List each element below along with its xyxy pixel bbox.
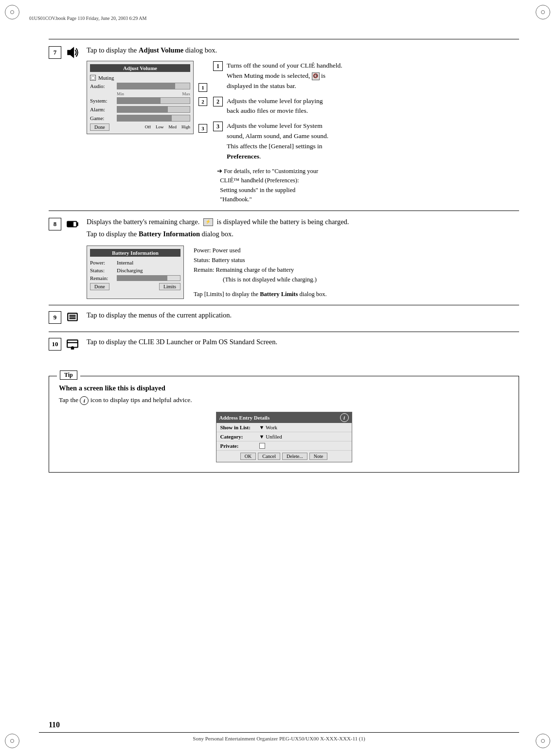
battery-footer: Done Limits (90, 283, 180, 290)
volume-dialog-container: Adjust Volume □ Muting Audio: (87, 61, 194, 134)
show-label: Show in List: (220, 424, 259, 430)
annot-3-num: 3 (213, 122, 223, 131)
battery-icon (66, 218, 79, 230)
battery-status-row: Status: Discharging (90, 267, 180, 273)
scale-labels: Off Low Med High (145, 124, 190, 129)
audio-scale: Min Max (90, 91, 190, 96)
step-8-content: Displays the battery's remaining charge.… (87, 217, 519, 299)
muting-checkbox[interactable]: □ (90, 75, 96, 81)
battery-done-btn[interactable]: Done (90, 283, 109, 290)
launcher-icon (66, 338, 79, 351)
battery-dialog-box: Battery Information Power: Internal Stat… (87, 246, 184, 299)
alarm-slider[interactable] (117, 106, 190, 113)
address-info-icon[interactable]: i (340, 413, 349, 422)
game-label: Game: (90, 115, 117, 121)
annot-2-text: Adjusts the volume level for playing bac… (227, 96, 323, 117)
system-label: System: (90, 98, 117, 104)
annot-2-num: 2 (213, 97, 223, 106)
menu-icon (66, 311, 79, 324)
ok-btn[interactable]: OK (240, 453, 256, 460)
step-8-row: 8 Displays the battery's remaining charg… (49, 211, 519, 303)
num-tag-3-container: 3 (198, 124, 207, 133)
min-label: Min (117, 91, 124, 96)
audio-row: Audio: (90, 83, 190, 89)
step-7-content: Tap to display the Adjust Volume dialog … (87, 45, 519, 205)
system-slider[interactable] (117, 97, 190, 104)
annot-1-num: 1 (213, 61, 223, 71)
address-dialog: Address Entry Details i Show in List: ▼ … (216, 412, 352, 462)
step-7-number: 7 (49, 46, 61, 59)
muting-label: Muting (98, 75, 114, 81)
battery-status-label: Status: (90, 267, 117, 273)
step-7-icon (65, 45, 80, 60)
battery-limits-btn[interactable]: Limits (159, 283, 180, 290)
tip-label-container: Tip (57, 370, 80, 380)
svg-rect-2 (77, 223, 78, 225)
audio-label: Audio: (90, 83, 117, 89)
battery-power-row: Power: Internal (90, 260, 180, 265)
tip-box: Tip When a screen like this is displayed… (49, 376, 519, 473)
battery-remain-label: Remain: (90, 275, 117, 281)
step-9-text: Tap to display the menus of the current … (87, 310, 519, 321)
dialog-footer: Done Off Low Med High (90, 123, 190, 131)
done-btn[interactable]: Done (90, 123, 109, 131)
game-row: Game: (90, 115, 190, 122)
private-row: Private: (216, 441, 352, 451)
header-bar: 01US01COV.book Page 110 Friday, June 20,… (29, 14, 529, 22)
step-8-text2: is displayed while the battery is being … (217, 218, 349, 226)
num-tag-2: 2 (198, 97, 207, 106)
off-label: Off (145, 124, 151, 129)
tip-label: Tip (60, 370, 77, 380)
step-9-row: 9 Tap to display the menus of the curren… (49, 305, 519, 330)
private-checkbox[interactable] (259, 443, 265, 449)
battery-dialog-title: Battery Information (90, 249, 180, 257)
svg-rect-8 (67, 340, 78, 347)
footer-text: Sony Personal Entertainment Organizer PE… (193, 736, 365, 741)
low-label: Low (156, 124, 164, 129)
svg-marker-0 (68, 48, 73, 57)
info-icon: i (80, 396, 89, 405)
battery-remain-row: Remain: (90, 275, 180, 281)
battery-power-value: Internal (117, 260, 133, 265)
address-dialog-title: Address Entry Details i (216, 412, 352, 423)
battery-annotations: Power: Power used Status: Battery status… (194, 246, 519, 299)
tip-text: Tap the i icon to display tips and helpf… (59, 395, 509, 405)
limits-note: Tap [Limits] to display the Battery Limi… (194, 289, 519, 299)
show-value: ▼ Work (259, 424, 348, 430)
main-content: 7 Tap to display the Adjust Volume dialo… (49, 39, 519, 707)
step-10-number: 10 (49, 338, 61, 351)
step-10-text: Tap to display the CLIE 3D Launcher or P… (87, 337, 519, 348)
annot-1-text: Turns off the sound of your CLIÉ handhel… (227, 61, 342, 91)
step-8-number: 8 (49, 218, 61, 230)
note-arrow: ➔ (217, 168, 222, 175)
category-label: Category: (220, 434, 259, 440)
dialog-title: Adjust Volume (90, 64, 190, 72)
preferences-bold: Preferences (227, 153, 259, 160)
mute-icon-ref: 🔇 (312, 72, 320, 80)
tip-text-suffix: icon to display tips and helpful advice. (89, 396, 192, 404)
battery-status-value: Discharging (117, 267, 143, 273)
step-10-row: 10 Tap to display the CLIE 3D Launcher o… (49, 332, 519, 356)
show-row: Show in List: ▼ Work (216, 423, 352, 432)
alarm-label: Alarm: (90, 106, 117, 112)
cancel-btn[interactable]: Cancel (258, 453, 280, 460)
num-tag-1-container: 1 (198, 83, 207, 92)
med-label: Med (169, 124, 177, 129)
delete-btn[interactable]: Delete... (282, 453, 307, 460)
step-8-text1: Displays the battery's remaining charge.… (87, 217, 519, 228)
game-slider[interactable] (117, 115, 190, 122)
step-8-text1-span: Displays the battery's remaining charge. (87, 218, 199, 226)
muting-row: □ Muting (90, 75, 190, 81)
limits-note-bold: Battery Limits (260, 291, 298, 298)
battery-power-label: Power: (90, 260, 117, 265)
page-container: 01US01COV.book Page 110 Friday, June 20,… (0, 0, 558, 756)
audio-slider[interactable] (117, 83, 190, 89)
alarm-row: Alarm: (90, 106, 190, 113)
step-9-number: 9 (49, 311, 61, 324)
tip-text-prefix: Tap the (59, 396, 80, 404)
step-10-content: Tap to display the CLIE 3D Launcher or P… (87, 337, 519, 348)
annotation-3: 3 Adjusts the volume level for System so… (213, 121, 519, 162)
step-7-text-suffix: dialog box. (183, 46, 217, 54)
note-btn[interactable]: Note (309, 453, 327, 460)
annotation-1: 1 Turns off the sound of your CLIÉ handh… (213, 61, 519, 91)
